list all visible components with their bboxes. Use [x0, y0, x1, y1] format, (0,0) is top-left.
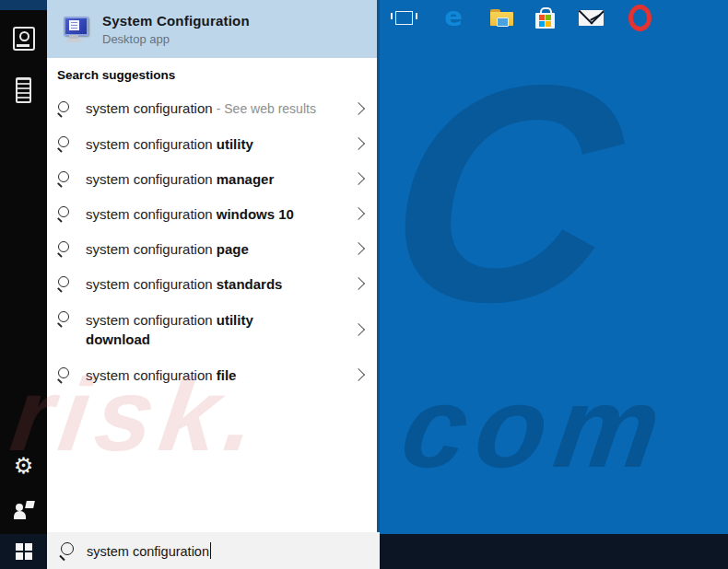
- chevron-right-icon: [352, 322, 365, 335]
- opera-browser-button[interactable]: [625, 0, 654, 35]
- suggestion-bold: windows 10: [217, 206, 294, 222]
- taskbar: [380, 534, 728, 569]
- suggestion-bold: utility: [217, 312, 253, 328]
- suggestion-row-web-results[interactable]: system configuration - See web results: [47, 91, 377, 126]
- sidebar-item-notebook[interactable]: [0, 77, 47, 103]
- suggestion-row-file[interactable]: system configuration file: [47, 357, 377, 392]
- search-results-panel: System Configuration Desktop app Search …: [47, 0, 380, 534]
- selected-result-item[interactable]: System Configuration Desktop app: [47, 0, 377, 58]
- search-suggestions-header: Search suggestions: [57, 68, 175, 82]
- chevron-right-icon: [352, 137, 365, 150]
- search-icon: [57, 276, 73, 292]
- feedback-icon: [14, 501, 34, 519]
- search-icon: [57, 311, 73, 327]
- ms-square-red: [539, 15, 545, 20]
- ms-square-yellow: [546, 21, 551, 27]
- suggestion-text: system configuration page: [86, 239, 346, 259]
- suggestion-prefix: system configuration: [86, 171, 217, 187]
- file-explorer-button[interactable]: [487, 0, 516, 35]
- search-icon: [57, 136, 73, 152]
- search-input[interactable]: system configuration: [47, 532, 380, 569]
- suggestion-prefix: system configuration: [86, 276, 217, 292]
- search-icon: [57, 171, 73, 187]
- win-pane: [25, 543, 32, 551]
- suggestion-prefix: system configuration: [86, 367, 217, 383]
- start-windows-icon: [16, 543, 32, 560]
- suggestion-prefix: system configuration: [86, 136, 217, 152]
- chevron-right-icon: [352, 172, 365, 185]
- suggestion-bold-line2: download: [86, 330, 346, 349]
- suggestion-text: system configuration windows 10: [86, 204, 346, 224]
- suggestion-note: - See web results: [217, 101, 316, 116]
- home-icon: [13, 27, 35, 51]
- monitor-screen: [64, 17, 88, 36]
- suggestion-row-utility-download[interactable]: system configuration utilitydownload: [47, 301, 377, 357]
- search-input-value: system configuration: [87, 542, 211, 559]
- suggestion-bold: standards: [217, 276, 283, 292]
- chevron-right-icon: [352, 368, 365, 381]
- chevron-right-icon: [352, 102, 365, 115]
- rail-top-strip: [0, 0, 47, 10]
- search-icon: [57, 206, 73, 222]
- system-configuration-app-icon: [62, 16, 89, 43]
- suggestion-text: system configuration file: [86, 366, 346, 385]
- notebook-icon: [16, 77, 31, 103]
- file-explorer-icon: [490, 9, 513, 26]
- selected-result-title: System Configuration: [102, 13, 250, 29]
- microsoft-store-button[interactable]: [530, 0, 559, 35]
- mail-icon: [579, 10, 604, 26]
- suggestion-row-windows-10[interactable]: system configuration windows 10: [47, 196, 377, 231]
- suggestion-row-page[interactable]: system configuration page: [47, 231, 377, 266]
- suggestion-row-manager[interactable]: system configuration manager: [47, 161, 377, 196]
- sidebar-item-home[interactable]: [0, 27, 47, 51]
- ms-square-green: [546, 15, 551, 20]
- chevron-right-icon: [352, 207, 365, 220]
- chevron-right-icon: [352, 242, 365, 255]
- microsoft-store-icon: [535, 13, 555, 29]
- suggestion-prefix: system configuration: [86, 312, 217, 328]
- suggestion-text: system configuration standards: [86, 274, 346, 294]
- task-view-icon: [395, 11, 413, 25]
- folder-slot: [497, 17, 509, 27]
- ms-square-blue: [539, 21, 545, 27]
- sidebar-item-feedback[interactable]: [0, 501, 47, 519]
- sidebar-item-settings[interactable]: ⚙: [0, 455, 47, 477]
- suggestion-prefix: system configuration: [86, 100, 217, 116]
- edge-browser-icon: e: [444, 4, 463, 30]
- suggestion-bold: file: [217, 367, 237, 383]
- search-icon: [57, 101, 73, 117]
- win-pane: [16, 543, 23, 551]
- suggestions-list: system configuration - See web results s…: [47, 91, 377, 392]
- win-pane: [25, 552, 32, 560]
- edge-browser-button[interactable]: e: [439, 0, 468, 35]
- search-icon: [57, 367, 73, 383]
- settings-gear-icon: ⚙: [14, 455, 34, 477]
- search-icon: [57, 241, 73, 257]
- selected-result-text: System Configuration Desktop app: [102, 13, 250, 46]
- chevron-right-icon: [352, 277, 365, 290]
- suggestion-bold: manager: [217, 171, 275, 187]
- search-icon: [59, 542, 76, 560]
- search-text: system configuration: [87, 544, 209, 559]
- monitor-stand: [69, 35, 78, 39]
- task-view-button[interactable]: [389, 0, 418, 35]
- start-menu-rail: ⚙: [0, 0, 47, 569]
- suggestion-text: system configuration utility: [86, 134, 346, 154]
- suggestion-prefix: system configuration: [86, 206, 217, 222]
- suggestion-prefix: system configuration: [86, 241, 217, 257]
- suggestion-text: system configuration utilitydownload: [86, 310, 346, 349]
- text-caret: [210, 542, 211, 559]
- start-button[interactable]: [0, 534, 47, 569]
- suggestion-bold: page: [217, 241, 249, 257]
- suggestion-row-utility[interactable]: system configuration utility: [47, 126, 377, 161]
- selected-result-subtitle: Desktop app: [102, 32, 250, 46]
- win-pane: [16, 552, 23, 560]
- suggestion-row-standards[interactable]: system configuration standards: [47, 266, 377, 301]
- suggestion-text: system configuration - See web results: [86, 99, 346, 119]
- feedback-bubble: [25, 501, 35, 508]
- opera-browser-icon: [628, 5, 652, 31]
- monitor-base: [66, 39, 82, 42]
- suggestion-bold: utility: [217, 136, 253, 152]
- mail-button[interactable]: [576, 0, 605, 35]
- suggestion-text: system configuration manager: [86, 169, 346, 189]
